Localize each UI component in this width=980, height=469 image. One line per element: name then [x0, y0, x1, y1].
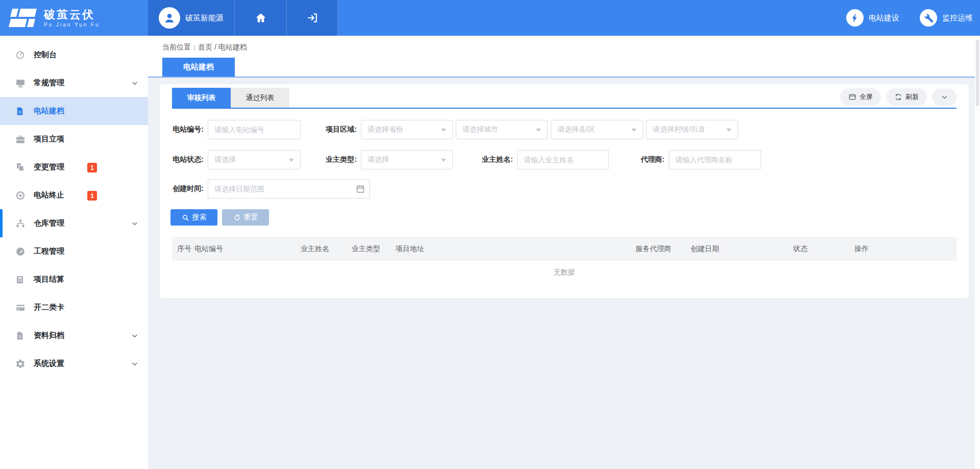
window-icon	[848, 93, 856, 101]
search-button[interactable]: 搜索	[170, 209, 217, 226]
login-arrow-icon	[306, 12, 318, 24]
filter-owner-type: 业主类型: 请选择	[322, 150, 453, 169]
top-bar: 破茧云伏 Po Jian Yun Fu 破茧新能源 电站建设 监控运维	[0, 0, 980, 36]
scrollbar-track[interactable]	[975, 36, 980, 469]
refresh-button[interactable]: 刷新	[886, 88, 927, 106]
home-icon	[255, 12, 267, 24]
sitemap-icon	[15, 218, 26, 229]
breadcrumb-label: 当前位置：	[162, 43, 198, 51]
chevron-down-icon	[131, 219, 139, 228]
filter-agent: 代理商:	[622, 150, 761, 169]
user-icon	[163, 11, 176, 24]
sidebar-item-project-initiation[interactable]: 项目立项	[0, 125, 148, 153]
target-icon	[15, 190, 26, 201]
breadcrumb: 当前位置：首页 / 电站建档	[162, 43, 247, 52]
search-icon	[182, 214, 189, 221]
brand-title: 破茧云伏	[44, 9, 100, 21]
sidebar-item-data-archive[interactable]: 资料归档	[0, 322, 148, 350]
filter-owner-name: 业主姓名:	[474, 150, 609, 169]
wrench-icon	[920, 9, 937, 27]
agent-input[interactable]	[669, 150, 761, 169]
col-owner-type: 业主类型	[352, 244, 396, 254]
city-select[interactable]: 请选择城市	[456, 120, 548, 139]
nav-monitor-ops-label: 监控运维	[942, 13, 973, 23]
logout-button[interactable]	[287, 0, 338, 36]
scrollbar-thumb[interactable]	[976, 40, 979, 106]
chevron-down-icon	[131, 360, 139, 368]
avatar	[159, 7, 180, 29]
nav-monitor-ops[interactable]: 监控运维	[920, 9, 973, 27]
col-station-no: 电站编号	[194, 244, 301, 254]
filter-create-time: 创建时间:	[170, 179, 370, 199]
nav-station-build[interactable]: 电站建设	[846, 9, 899, 27]
company-menu[interactable]: 破茧新能源	[148, 0, 235, 36]
gauge-icon	[15, 50, 26, 60]
reset-icon	[233, 214, 241, 221]
sidebar-item-warehouse-mgmt[interactable]: 仓库管理	[0, 209, 148, 237]
col-create-date: 创建日期	[691, 244, 793, 254]
brand-logo: 破茧云伏 Po Jian Yun Fu	[0, 0, 148, 36]
sidebar-item-project-settlement[interactable]: 项目结算	[0, 265, 148, 293]
sidebar-item-engineering-mgmt[interactable]: 工程管理	[0, 237, 148, 265]
calculator-icon	[15, 275, 26, 285]
page-tab-station-archive[interactable]: 电站建档	[162, 58, 235, 77]
filter-station-status: 电站状态: 请选择	[170, 150, 301, 169]
sidebar-item-general-mgmt[interactable]: 常规管理	[0, 69, 148, 97]
col-actions: 操作	[854, 244, 957, 254]
caret-down-icon	[726, 129, 731, 132]
station-status-select[interactable]: 请选择	[208, 150, 301, 169]
caret-down-icon	[441, 159, 446, 162]
archive-doc-icon	[15, 331, 26, 341]
monitor-icon	[15, 78, 26, 88]
main-content: 当前位置：首页 / 电站建档 电站建档 审核列表 通过列表 全屏 刷新	[148, 36, 980, 469]
station-no-input[interactable]	[208, 120, 301, 139]
fullscreen-button[interactable]: 全屏	[840, 88, 881, 106]
card-icon	[15, 303, 26, 313]
owner-name-input[interactable]	[517, 150, 609, 169]
town-select[interactable]: 请选择村镇/街道	[646, 120, 738, 139]
tab-passed-list[interactable]: 通过列表	[231, 88, 289, 108]
copy-pages-icon	[15, 162, 26, 172]
sidebar: 控制台 常规管理 电站建档 项目立项 变更管理 1 电站终止 1 仓库管理 工程…	[0, 36, 148, 469]
reset-button[interactable]: 重置	[222, 209, 269, 226]
owner-type-select[interactable]: 请选择	[361, 150, 453, 169]
empty-state: 无数据	[160, 268, 969, 277]
home-button[interactable]	[235, 0, 287, 36]
sidebar-item-station-archive[interactable]: 电站建档	[0, 97, 148, 125]
chevron-down-icon	[131, 332, 139, 340]
nav-station-build-label: 电站建设	[869, 13, 899, 23]
change-mgmt-badge: 1	[87, 163, 97, 172]
sidebar-item-station-terminate[interactable]: 电站终止 1	[0, 181, 148, 209]
date-range-input[interactable]	[208, 179, 370, 199]
chevron-down-icon	[131, 79, 139, 87]
collapse-button[interactable]	[932, 88, 957, 106]
caret-down-icon	[536, 129, 541, 132]
company-name: 破茧新能源	[185, 13, 224, 23]
content-panel: 审核列表 通过列表 全屏 刷新 电站编号: 项目区域:	[160, 84, 969, 299]
calendar-icon[interactable]	[356, 184, 365, 193]
province-select[interactable]: 请选择省份	[361, 120, 453, 139]
tab-review-list[interactable]: 审核列表	[172, 88, 231, 108]
breadcrumb-path[interactable]: 首页 / 电站建档	[198, 43, 247, 51]
gear-icon	[15, 359, 26, 369]
sidebar-item-dashboard[interactable]: 控制台	[0, 41, 148, 69]
caret-down-icon	[289, 159, 294, 162]
col-status: 状态	[793, 244, 854, 254]
county-select[interactable]: 请选择县/区	[551, 120, 643, 139]
caret-down-icon	[441, 129, 446, 132]
sidebar-item-system-settings[interactable]: 系统设置	[0, 350, 148, 378]
sidebar-item-open-card[interactable]: 开二类卡	[0, 293, 148, 322]
document-icon	[15, 106, 26, 116]
caret-down-icon	[631, 129, 636, 132]
col-address: 项目地址	[396, 244, 635, 254]
brand-logo-icon	[9, 7, 38, 29]
bolt-icon	[846, 9, 864, 27]
sidebar-item-change-mgmt[interactable]: 变更管理 1	[0, 153, 148, 181]
col-owner-name: 业主姓名	[301, 244, 352, 254]
refresh-icon	[894, 93, 902, 101]
briefcase-icon	[15, 134, 26, 144]
filter-region: 项目区域: 请选择省份 请选择城市 请选择县/区 请选择村镇/街道	[322, 120, 738, 139]
col-seq: 序号	[177, 244, 194, 254]
table-header: 序号 电站编号 业主姓名 业主类型 项目地址 服务代理商 创建日期 状态 操作	[172, 237, 957, 261]
speedometer-icon	[15, 246, 26, 257]
